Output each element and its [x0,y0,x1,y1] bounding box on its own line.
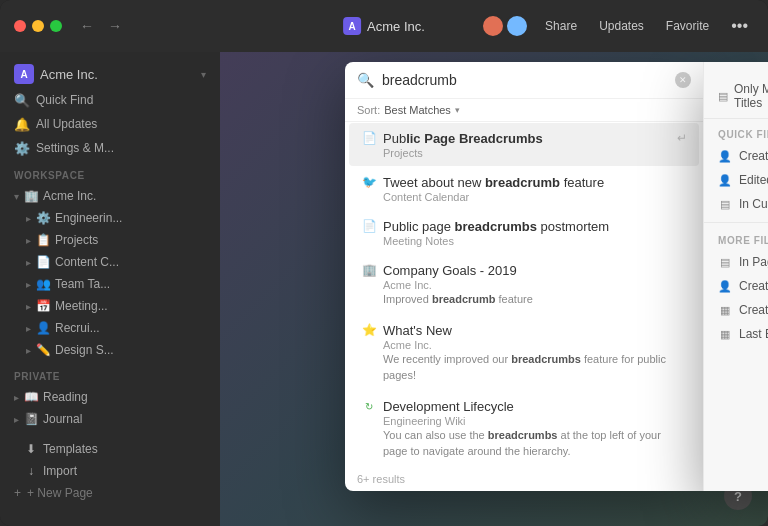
sidebar-workspace-name: Acme Inc. [40,67,98,82]
recruiting-icon: 👤 [35,320,51,336]
results-count: 6+ results [345,467,703,491]
filter-last-edited[interactable]: ▦ Last Edited [704,322,768,346]
sidebar-templates[interactable]: ▸ ⬇ Templates [0,438,220,460]
maximize-button[interactable] [50,20,62,32]
page-icon: ▤ [718,90,728,103]
filter-created-by-me[interactable]: 👤 Created By Me [704,144,768,168]
share-button[interactable]: Share [539,16,583,36]
more-options-button[interactable]: ••• [725,14,754,38]
search-result-2[interactable]: 🐦 Tweet about new breadcrumb feature Con… [349,167,699,210]
sidebar-tree-content[interactable]: ▸ 📄 Content C... [0,251,220,273]
updates-button[interactable]: Updates [593,16,650,36]
sidebar-item-label: Quick Find [36,93,93,107]
result-subtitle: Projects [361,147,687,159]
tree-item-label: Recrui... [55,321,100,335]
workspace-section-label: WORKSPACE [0,160,220,185]
sidebar-workspace-header[interactable]: A Acme Inc. ▾ [0,60,220,88]
calendar-icon: ▦ [718,327,732,341]
result-title: Development Lifecycle [383,399,514,414]
tree-item-label: Projects [55,233,98,247]
sidebar-item-label: Settings & M... [36,141,114,155]
chevron-icon: ▸ [26,345,31,356]
sidebar-tree-meeting[interactable]: ▸ 📅 Meeting... [0,295,220,317]
filter-label: Last Edited [739,327,768,341]
minimize-button[interactable] [32,20,44,32]
avatar [481,14,505,38]
sidebar-tree-recruiting[interactable]: ▸ 👤 Recrui... [0,317,220,339]
sidebar-tree-projects[interactable]: ▸ 📋 Projects [0,229,220,251]
result-subtitle: Content Calendar [361,191,687,203]
sidebar-import[interactable]: ▸ ↓ Import [0,460,220,482]
private-section-label: PRIVATE [0,361,220,386]
sidebar-tree-team[interactable]: ▸ 👥 Team Ta... [0,273,220,295]
tree-item-label: Templates [43,442,98,456]
filter-label: Edited Last Week [739,173,768,187]
search-clear-button[interactable]: ✕ [675,72,691,88]
result-icon: 📄 [361,218,377,234]
sidebar-tree-journal[interactable]: ▸ 📓 Journal [0,408,220,430]
toggle-label: Only Match Titles [734,82,768,110]
search-container: 🔍 breadcrumb ✕ Sort: Best Matches ▾ 📄 [345,62,768,491]
filter-label: Created By [739,279,768,293]
chevron-icon: ▸ [14,414,19,425]
search-result-6[interactable]: ↻ Development Lifecycle Engineering Wiki… [349,391,699,466]
engineering-icon: ⚙️ [35,210,51,226]
reading-icon: 📖 [23,389,39,405]
result-title: What's New [383,323,452,338]
nav-back-button[interactable]: ← [76,16,98,36]
person-icon: 👤 [718,149,732,163]
avatar-group [481,14,529,38]
result-icon: 🏢 [361,262,377,278]
templates-icon: ⬇ [23,441,39,457]
sidebar-tree-design[interactable]: ▸ ✏️ Design S... [0,339,220,361]
person-icon: 👤 [718,279,732,293]
search-input[interactable]: breadcrumb [382,72,667,88]
sidebar-tree-engineering[interactable]: ▸ ⚙️ Engineerin... [0,207,220,229]
result-subtitle: Meeting Notes [361,235,687,247]
sidebar-item-allupdates[interactable]: 🔔 All Updates [0,112,220,136]
filter-edited-last-week[interactable]: 👤 Edited Last Week [704,168,768,192]
result-icon: ↻ [361,398,377,414]
tree-item-label: Import [43,464,77,478]
result-icon: 🐦 [361,174,377,190]
search-bar: 🔍 breadcrumb ✕ [345,62,703,99]
search-icon: 🔍 [357,72,374,88]
filter-label: In Page [739,255,768,269]
sidebar-item-quickfind[interactable]: 🔍 Quick Find [0,88,220,112]
sort-chevron-icon: ▾ [455,105,460,115]
filter-created-by[interactable]: 👤 Created By [704,274,768,298]
new-page-button[interactable]: + + New Page [0,482,220,504]
journal-icon: 📓 [23,411,39,427]
search-result-5[interactable]: ⭐ What's New Acme Inc. We recently impro… [349,315,699,390]
nav-forward-button[interactable]: → [104,16,126,36]
tree-item-label: Acme Inc. [43,189,96,203]
sidebar-chevron-icon: ▾ [201,69,206,80]
filter-in-page[interactable]: ▤ In Page [704,250,768,274]
tree-item-label: Journal [43,412,82,426]
sidebar-tree-acme[interactable]: ▾ 🏢 Acme Inc. [0,185,220,207]
search-result-3[interactable]: 📄 Public page breadcrumbs postmortem Mee… [349,211,699,254]
sidebar-tree-reading[interactable]: ▸ 📖 Reading [0,386,220,408]
chevron-icon: ▸ [26,235,31,246]
meeting-icon: 📅 [35,298,51,314]
result-title: Public page breadcrumbs postmortem [383,219,609,234]
person-icon: 👤 [718,173,732,187]
sort-value[interactable]: Best Matches [384,104,451,116]
result-title: Tweet about new breadcrumb feature [383,175,604,190]
tree-item-label: Reading [43,390,88,404]
sidebar-item-settings[interactable]: ⚙️ Settings & M... [0,136,220,160]
search-result-4[interactable]: 🏢 Company Goals - 2019 Acme Inc. Improve… [349,255,699,314]
sidebar-workspace-icon: A [14,64,34,84]
titlebar-center: A Acme Inc. [343,17,425,35]
chevron-icon: ▸ [26,279,31,290]
filter-created[interactable]: ▦ Created [704,298,768,322]
filter-in-current-page[interactable]: ▤ In Current Page [704,192,768,216]
search-result-1[interactable]: 📄 Public Page Breadcrumbs ↵ Projects [349,123,699,166]
sidebar: A Acme Inc. ▾ 🔍 Quick Find 🔔 All Updates… [0,52,220,526]
favorite-button[interactable]: Favorite [660,16,715,36]
chevron-icon: ▸ [26,301,31,312]
tree-item-label: Engineerin... [55,211,122,225]
close-button[interactable] [14,20,26,32]
titlebar: ← → A Acme Inc. Share Updates Favorite •… [0,0,768,52]
avatar [505,14,529,38]
